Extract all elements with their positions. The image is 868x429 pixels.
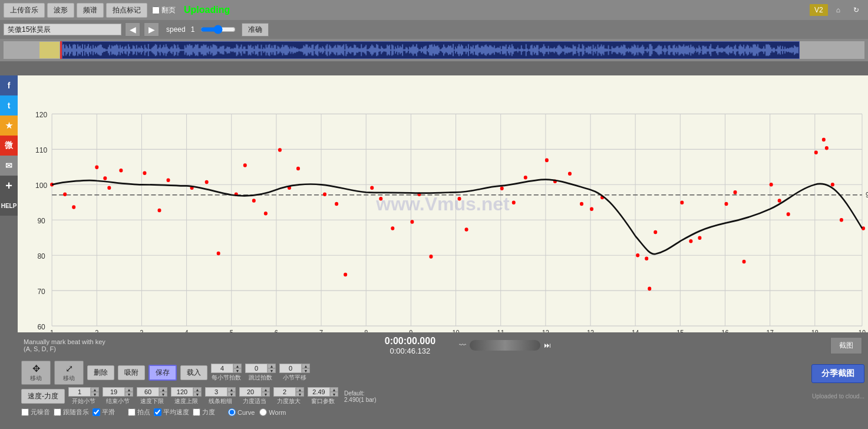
speed-slider[interactable] [200,25,236,34]
jietuBtn[interactable]: 截图 [830,337,862,354]
force-light-up[interactable]: ▲ [262,387,270,392]
beat-point-checkbox[interactable] [128,408,136,416]
svg-point-97 [654,230,657,235]
svg-point-70 [252,199,256,203]
speed-max-up[interactable]: ▲ [193,387,202,392]
forward-icon[interactable]: ⏭ [544,341,551,349]
thread-thin-down[interactable]: ▼ [227,392,236,397]
svg-point-87 [512,201,516,205]
svg-text:70: 70 [37,287,45,296]
follow-music-label: 跟随音乐 [63,408,89,417]
refresh-btn[interactable]: ↻ [848,4,864,16]
end-bar-up[interactable]: ▲ [125,387,133,392]
speed-min-input[interactable] [137,387,159,397]
beat-skip-input[interactable] [245,364,268,373]
no-noise-checkbox[interactable] [21,408,29,416]
svg-point-99 [680,201,684,205]
bar-offset-down[interactable]: ▼ [302,368,310,373]
svg-point-109 [822,138,826,142]
force-enlarge-input[interactable] [273,387,296,397]
status-hint: Manually mark beat with key (A, S, D, F) [24,338,105,352]
svg-point-61 [119,169,123,173]
beats-per-bar-up[interactable]: ▲ [233,364,242,368]
end-bar-input[interactable] [103,387,125,397]
thread-thin-up[interactable]: ▲ [227,387,236,392]
speed-max-input[interactable] [171,387,193,397]
speed-min-down[interactable]: ▼ [159,392,167,397]
svg-point-86 [500,187,504,191]
twitter-btn[interactable]: t [0,95,18,116]
facebook-btn[interactable]: f [0,75,18,95]
prev-btn[interactable]: ◀ [125,22,140,37]
star-btn[interactable]: ★ [0,116,18,136]
svg-point-84 [458,197,461,201]
svg-point-66 [205,180,209,184]
save-btn[interactable]: 保存 [148,365,177,381]
speed-max-down[interactable]: ▼ [193,392,202,397]
follow-music-checkbox[interactable] [54,408,61,416]
force-enlarge-down[interactable]: ▼ [296,392,304,397]
start-bar-input[interactable] [68,387,91,397]
import-btn[interactable]: 载入 [180,365,207,380]
thread-thin-spinner: ▲ ▼ [205,387,236,397]
svg-text:80: 80 [37,252,45,260]
fanye-checkbox[interactable] [152,6,160,14]
avg-speed-checkbox[interactable] [154,408,161,416]
uploaded-cloud-label: Uploaded to cloud... [812,393,864,400]
mail-btn[interactable]: ✉ [0,156,18,176]
window-param-down[interactable]: ▼ [330,392,338,397]
waveform-main[interactable] [62,41,800,59]
beat-skip-down[interactable]: ▼ [268,368,276,373]
move-btn[interactable]: ✥ 移动 [21,361,51,385]
top-right-buttons: V2 ⌂ ↻ [809,4,864,16]
weibo-btn[interactable]: 微 [0,136,18,156]
start-bar-down[interactable]: ▼ [91,392,99,397]
force-light-down[interactable]: ▼ [262,392,270,397]
beats-per-bar-input[interactable] [211,364,233,373]
beats-per-bar-down[interactable]: ▼ [233,368,242,373]
song-name-input[interactable] [4,24,121,35]
thread-thin-arrows: ▲ ▼ [227,387,236,397]
window-param-up[interactable]: ▲ [330,387,338,392]
speed-max-arrows: ▲ ▼ [193,387,202,397]
force-checkbox[interactable] [193,408,200,416]
beat-skip-up[interactable]: ▲ [268,364,276,368]
upload-music-btn[interactable]: 上传音乐 [4,3,45,18]
plus-btn[interactable]: + [0,176,18,196]
speed-force-btn[interactable]: 速度-力度 [21,389,65,404]
zhunque-btn[interactable]: 准确 [242,23,269,37]
wave-btn[interactable]: 波形 [47,3,74,18]
bar-offset-input[interactable] [279,364,302,373]
waveform-thumb[interactable] [39,41,60,59]
speed-min-up[interactable]: ▲ [159,387,167,392]
v2-btn[interactable]: V2 [809,4,829,16]
start-bar-up[interactable]: ▲ [91,387,99,392]
absorb-btn[interactable]: 吸附 [118,365,145,380]
force-enlarge-up[interactable]: ▲ [296,387,304,392]
drag-icon: ⤢ [65,363,73,374]
curve-radio[interactable] [228,408,236,416]
play-btn[interactable]: ▶ [144,22,159,37]
worm-radio[interactable] [259,408,267,416]
speed-max-group: ▲ ▼ 速度上限 [171,387,202,405]
smooth-checkbox[interactable] [93,408,100,416]
force-enlarge-spinner: ▲ ▼ [273,387,304,397]
end-bar-down[interactable]: ▼ [125,392,133,397]
window-param-input[interactable] [308,387,330,397]
beat-mark-btn[interactable]: 拍点标记 [106,3,147,18]
home-btn[interactable]: ⌂ [831,4,846,16]
spectrum-btn[interactable]: 频谱 [77,3,104,18]
force-light-input[interactable] [239,387,262,397]
help-btn[interactable]: HELP [0,196,18,216]
window-param-label: 窗口参数 [311,397,335,405]
svg-point-92 [580,202,583,206]
drag-btn[interactable]: ⤢ 移动 [54,361,84,385]
beat-skip-group: ▲ ▼ 跳过拍数 [245,364,276,382]
waveform-mini-bar[interactable] [470,340,540,351]
waveform-row [0,39,868,61]
fen-ji-btn[interactable]: 分季截图 [811,364,864,383]
delete-btn[interactable]: 删除 [87,365,114,380]
bar-offset-up[interactable]: ▲ [302,364,310,368]
thread-thin-input[interactable] [205,387,227,397]
force-label: 力度 [202,408,215,417]
